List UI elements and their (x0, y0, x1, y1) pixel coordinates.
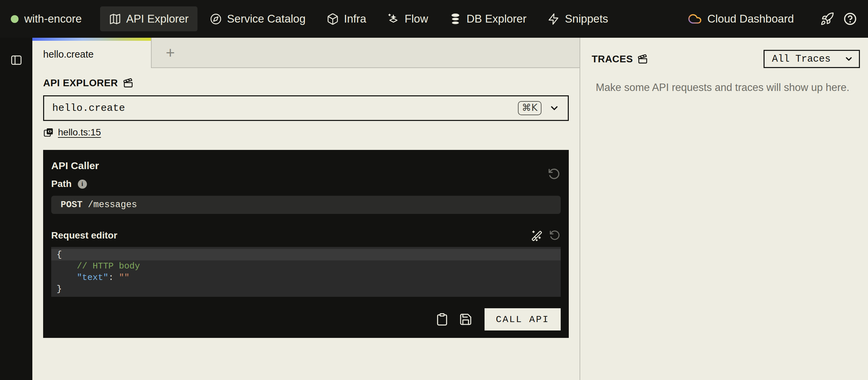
nav-item-snippets[interactable]: Snippets (538, 6, 617, 31)
source-link-row: hello.ts:15 (43, 127, 569, 138)
copy-request-button[interactable] (435, 313, 449, 326)
main-column: hello.create + API EXPLORER hello.create… (32, 38, 580, 380)
nav-item-label: Infra (344, 12, 366, 25)
request-editor-header: Request editor (51, 229, 561, 242)
reset-path-button[interactable] (547, 167, 561, 181)
status-dot (11, 15, 19, 23)
reset-icon (547, 167, 561, 181)
api-caller-panel: API Caller Path i POST /messages Request… (43, 150, 569, 338)
nav-item-db-explorer[interactable]: DB Explorer (440, 6, 535, 31)
nav-item-label: Flow (405, 12, 428, 25)
request-body-editor[interactable]: { // HTTP body "text": "" } (51, 247, 561, 297)
clipboard-icon (435, 313, 449, 326)
nav-item-label: DB Explorer (467, 12, 527, 25)
code-file-icon (43, 127, 54, 138)
tab-strip: hello.create + (32, 38, 580, 68)
page-title: API EXPLORER (43, 77, 118, 89)
left-rail (0, 38, 32, 380)
api-caller-footer: CALL API (51, 308, 561, 330)
new-tab-button[interactable]: + (152, 38, 580, 68)
cloud-dashboard-link[interactable]: Cloud Dashboard (688, 12, 794, 26)
traces-panel: TRACES All Traces Make some API requests… (580, 38, 868, 380)
traces-header: TRACES All Traces (592, 50, 860, 68)
box-icon (327, 13, 339, 25)
chevron-down-icon (844, 54, 854, 64)
active-tab-gradient (32, 38, 151, 41)
code-line: { (51, 249, 561, 260)
rocket-button[interactable] (820, 12, 834, 26)
top-nav: with-encore API Explorer Service Catalog… (0, 0, 868, 38)
nav-item-service-catalog[interactable]: Service Catalog (201, 6, 314, 31)
compass-icon (210, 13, 222, 25)
app-badge: with-encore (11, 12, 82, 25)
api-caller-title: API Caller (51, 160, 561, 171)
traces-title: TRACES (592, 54, 633, 65)
app-name: with-encore (24, 12, 82, 25)
nav-item-infra[interactable]: Infra (318, 6, 375, 31)
panel-toggle-icon (10, 54, 23, 66)
info-icon[interactable]: i (78, 180, 87, 189)
http-method: POST (61, 200, 83, 210)
clapperboard-icon[interactable] (638, 54, 648, 64)
save-request-button[interactable] (459, 313, 472, 326)
call-api-button[interactable]: CALL API (485, 308, 561, 330)
cloud-icon (688, 12, 702, 26)
nav-item-label: API Explorer (126, 12, 189, 25)
source-file-link[interactable]: hello.ts:15 (58, 127, 101, 138)
code-line: "text": "" (51, 272, 561, 283)
nav-item-label: Service Catalog (227, 12, 306, 25)
reset-request-button[interactable] (549, 229, 561, 242)
api-explorer-header: API EXPLORER (43, 77, 569, 89)
panel-toggle-button[interactable] (10, 53, 23, 67)
endpoint-select[interactable]: hello.create ⌘K (43, 95, 569, 121)
nav-item-flow[interactable]: Flow (378, 6, 437, 31)
clapperboard-icon[interactable] (123, 78, 133, 88)
endpoint-path-display: POST /messages (51, 196, 561, 214)
generate-request-button[interactable] (530, 229, 542, 242)
wand-icon (530, 229, 542, 242)
save-icon (459, 313, 472, 326)
nav-item-api-explorer[interactable]: API Explorer (100, 6, 197, 31)
help-icon (843, 12, 857, 26)
rocket-icon (820, 12, 834, 26)
endpoint-select-value: hello.create (52, 102, 518, 114)
main-row: hello.create + API EXPLORER hello.create… (0, 38, 868, 380)
plus-icon: + (166, 45, 175, 60)
tab-label: hello.create (43, 49, 94, 60)
path-label: Path (51, 179, 72, 189)
command-k-shortcut: ⌘K (518, 101, 541, 116)
cloud-dashboard-label: Cloud Dashboard (707, 12, 794, 25)
chevron-down-icon (541, 103, 560, 114)
endpoint-path: /messages (88, 200, 137, 210)
tab-hello-create[interactable]: hello.create (32, 38, 152, 68)
traces-filter-value: All Traces (772, 54, 831, 65)
nav-items: API Explorer Service Catalog Infra Flow … (100, 6, 617, 31)
help-button[interactable] (843, 12, 857, 26)
api-explorer-content: API EXPLORER hello.create ⌘K hello.ts:15… (32, 68, 580, 380)
map-icon (109, 13, 121, 25)
reset-icon (549, 229, 561, 242)
code-line: // HTTP body (51, 260, 561, 272)
database-icon (449, 13, 462, 25)
traces-filter-select[interactable]: All Traces (764, 50, 860, 68)
nav-item-label: Snippets (565, 12, 608, 25)
request-editor-label: Request editor (51, 230, 530, 241)
code-line: } (51, 283, 561, 295)
path-row: Path i (51, 179, 561, 189)
flow-icon (387, 13, 400, 25)
zap-icon (547, 13, 560, 25)
traces-empty-message: Make some API requests and traces will s… (596, 82, 860, 94)
